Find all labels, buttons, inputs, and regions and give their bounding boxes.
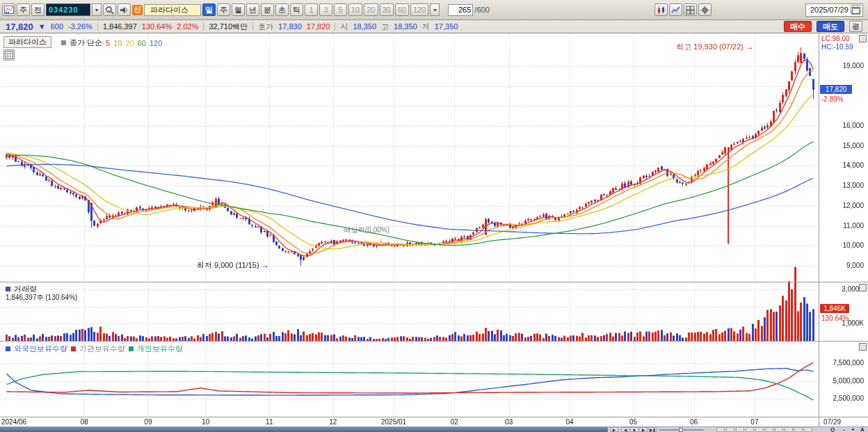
chart-grid-icon[interactable] bbox=[3, 49, 15, 61]
interval-dropdown-icon[interactable]: ▼ bbox=[430, 3, 440, 16]
low-label: 저 bbox=[422, 22, 430, 32]
change-amount: 600 bbox=[51, 22, 63, 31]
code-dropdown-icon[interactable]: ▼ bbox=[92, 3, 102, 16]
sell-button[interactable]: 매도 bbox=[817, 21, 844, 32]
trendline-icon[interactable] bbox=[765, 427, 773, 432]
institution-legend-swatch bbox=[71, 346, 76, 351]
institution-legend-label: 기관보유수량 bbox=[79, 344, 125, 354]
font-size-button[interactable]: A bbox=[860, 426, 865, 432]
foreign-legend-swatch bbox=[6, 346, 10, 351]
stock-name-field: 파라다이스 bbox=[144, 4, 201, 16]
grid-window-icon[interactable] bbox=[746, 427, 754, 432]
scroll-play-button[interactable]: ▶ bbox=[610, 427, 618, 432]
foreign-legend-label: 외국인보유수량 bbox=[14, 344, 67, 354]
stock-code-input[interactable] bbox=[46, 3, 90, 16]
zoom-slider[interactable] bbox=[659, 429, 704, 431]
chart-title-tag: 파라다이스 bbox=[3, 36, 51, 48]
date-picker[interactable]: 2025/07/29 bbox=[805, 3, 863, 17]
save-image-icon[interactable] bbox=[716, 427, 725, 432]
interval-1-button[interactable]: 1 bbox=[305, 3, 318, 16]
period-year-button[interactable]: 년 bbox=[246, 3, 259, 16]
interval-20-button[interactable]: 20 bbox=[364, 3, 378, 16]
scroll-left-button[interactable]: ◀ bbox=[621, 427, 629, 432]
candle-style-icon[interactable] bbox=[654, 3, 668, 16]
ma20-legend: 20 bbox=[125, 39, 134, 47]
volume-value: 1,846,397 bbox=[103, 22, 137, 31]
avg-price-button[interactable]: 평 bbox=[849, 21, 862, 32]
ma-legend-prefix: 종가 단순 bbox=[70, 38, 102, 48]
crosshair-icon[interactable] bbox=[794, 427, 803, 432]
text-tool-icon[interactable] bbox=[785, 427, 793, 432]
chart-window-icon[interactable] bbox=[2, 3, 15, 16]
settings-gear-icon[interactable] bbox=[698, 3, 712, 16]
divider bbox=[203, 22, 204, 31]
period-month-button[interactable]: 월 bbox=[232, 3, 245, 16]
high-price: 18,350 bbox=[394, 22, 417, 31]
period-day-button[interactable]: 일 bbox=[202, 3, 216, 16]
bottom-scrollbar: ▶ ◀ ■ ▶ ▶▮ Q - + A bbox=[0, 426, 868, 432]
close-legend-swatch bbox=[61, 40, 66, 45]
trade-value: 32,710백만 bbox=[209, 22, 248, 32]
chart-window: 주 전 ▼ 신 파라다이스 일 주 월 년 분 초 틱 1 3 5 10 20 … bbox=[0, 0, 868, 432]
individual-legend-label: 개인보유수량 bbox=[137, 344, 183, 354]
high-label: 고 bbox=[381, 22, 389, 32]
chart-area: 파라다이스 종가 단순 5 10 20 60 120 거래량 1,846,397… bbox=[0, 33, 868, 426]
candle-total-label: /600 bbox=[474, 6, 489, 14]
current-price: 17,820 bbox=[6, 22, 33, 32]
divider bbox=[97, 22, 98, 31]
interval-5-button[interactable]: 5 bbox=[334, 3, 347, 16]
ma-legend: 종가 단순 5 10 20 60 120 bbox=[61, 38, 162, 48]
ask-price: 17,830 bbox=[278, 22, 302, 31]
multi-window-icon[interactable] bbox=[684, 3, 697, 16]
volume-ratio: 130.64% bbox=[142, 22, 172, 31]
interval-60-button[interactable]: 60 bbox=[395, 3, 409, 16]
week-button[interactable]: 주 bbox=[17, 3, 30, 16]
change-percent: -3.26% bbox=[68, 22, 93, 31]
scroll-stop-button[interactable]: ■ bbox=[630, 427, 638, 432]
volume-legend-swatch bbox=[6, 287, 10, 291]
main-toolbar: 주 전 ▼ 신 파라다이스 일 주 월 년 분 초 틱 1 3 5 10 20 … bbox=[0, 0, 868, 20]
scrollbar-thumb[interactable] bbox=[0, 427, 608, 432]
divider bbox=[252, 22, 253, 31]
price-down-icon: ▼ bbox=[38, 22, 46, 31]
ownership-legend: 외국인보유수량 기관보유수량 개인보유수량 bbox=[6, 344, 183, 354]
volume-title: 거래량 bbox=[14, 284, 37, 294]
speaker-icon[interactable] bbox=[118, 3, 131, 16]
scroll-end-button[interactable]: ▶▮ bbox=[648, 427, 657, 432]
period-tick-button[interactable]: 틱 bbox=[290, 3, 303, 16]
dual-window-icon[interactable] bbox=[726, 427, 734, 432]
period-second-button[interactable]: 초 bbox=[275, 3, 289, 16]
hoga-label: 호가 bbox=[258, 22, 273, 32]
chart-canvas[interactable] bbox=[0, 33, 868, 426]
zoom-in-button[interactable]: + bbox=[851, 426, 855, 432]
quad-window-icon[interactable] bbox=[736, 427, 744, 432]
interval-30-button[interactable]: 30 bbox=[380, 3, 394, 16]
zoom-slider-knob[interactable] bbox=[679, 428, 683, 432]
ma120-legend: 120 bbox=[150, 39, 162, 47]
volume-legend: 거래량 bbox=[6, 284, 37, 294]
zoom-out-button[interactable]: - bbox=[843, 426, 845, 432]
pattern-search-icon[interactable] bbox=[755, 427, 764, 432]
date-value: 2025/07/29 bbox=[810, 6, 849, 14]
fibonacci-icon[interactable] bbox=[775, 427, 783, 432]
search-icon[interactable] bbox=[103, 3, 116, 16]
open-price: 18,350 bbox=[353, 22, 376, 31]
interval-3-button[interactable]: 3 bbox=[319, 3, 332, 16]
scroll-right-button[interactable]: ▶ bbox=[639, 427, 648, 432]
candle-count-input[interactable] bbox=[448, 4, 473, 16]
period-week-button[interactable]: 주 bbox=[217, 3, 230, 16]
interval-120-button[interactable]: 120 bbox=[410, 3, 428, 16]
ma5-legend: 5 bbox=[106, 39, 110, 47]
individual-legend-swatch bbox=[129, 346, 134, 351]
divider bbox=[335, 22, 335, 31]
line-style-icon[interactable] bbox=[669, 3, 682, 16]
interval-10-button[interactable]: 10 bbox=[348, 3, 362, 16]
prev-stock-button[interactable]: 전 bbox=[31, 3, 45, 16]
calendar-icon[interactable] bbox=[851, 5, 861, 15]
region-zoom-icon[interactable] bbox=[804, 427, 812, 432]
bid-price: 17,820 bbox=[307, 22, 330, 31]
quote-bar: 17,820 ▼ 600 -3.26% 1,846,397 130.64% 2.… bbox=[0, 20, 868, 33]
period-minute-button[interactable]: 분 bbox=[261, 3, 274, 16]
buy-button[interactable]: 매수 bbox=[784, 21, 812, 32]
magnifier-tool-button[interactable]: Q bbox=[830, 426, 835, 432]
